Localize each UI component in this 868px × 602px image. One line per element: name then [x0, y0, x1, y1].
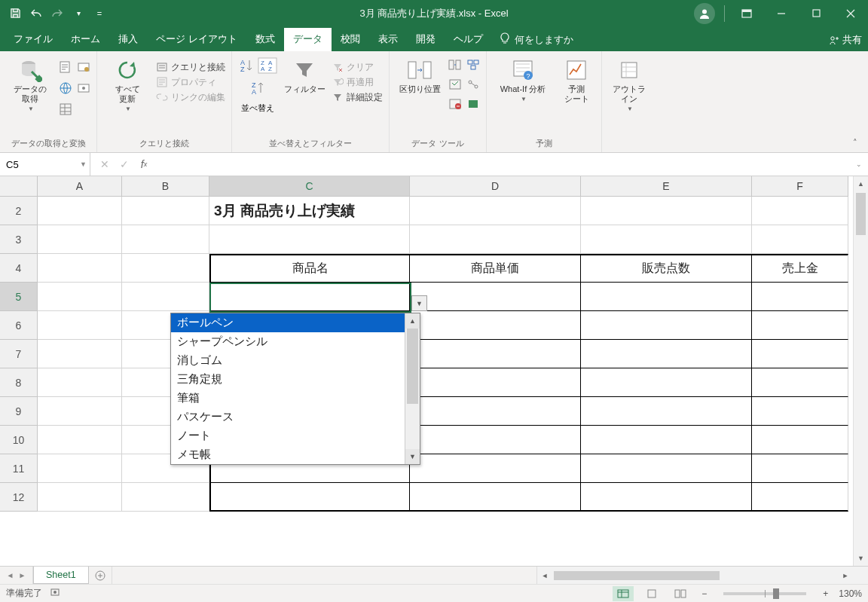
cell[interactable] — [752, 283, 848, 311]
fx-icon[interactable]: fx — [134, 154, 154, 174]
outline-button[interactable]: アウトラ イン ▼ — [608, 57, 650, 112]
cell[interactable] — [752, 197, 848, 225]
relationships-icon[interactable] — [466, 78, 480, 93]
collapse-ribbon-icon[interactable]: ˄ — [848, 136, 862, 149]
new-sheet-button[interactable] — [89, 567, 112, 584]
cell[interactable] — [38, 311, 122, 340]
scroll-track[interactable] — [405, 329, 420, 449]
scroll-thumb[interactable] — [407, 329, 418, 404]
qat-overflow-icon[interactable]: = — [93, 8, 105, 20]
undo-icon[interactable] — [30, 8, 42, 20]
cell[interactable] — [581, 483, 752, 512]
forecast-sheet-button[interactable]: 予測 シート — [558, 57, 595, 104]
cell[interactable] — [122, 197, 209, 225]
row-header[interactable]: 8 — [0, 368, 38, 397]
cell[interactable] — [581, 454, 752, 483]
cell[interactable] — [581, 340, 752, 368]
get-data-button[interactable]: データの 取得 ▼ — [6, 57, 54, 112]
next-sheet-icon[interactable]: ► — [19, 571, 26, 579]
cell[interactable] — [38, 397, 122, 426]
cell[interactable]: 3月 商品売り上げ実績 — [209, 197, 410, 225]
data-validation-icon[interactable] — [448, 98, 462, 113]
cell[interactable] — [38, 225, 122, 254]
scroll-track[interactable] — [552, 570, 838, 582]
cell[interactable] — [122, 283, 209, 311]
cell[interactable]: 商品単価 — [410, 254, 581, 283]
cell[interactable] — [752, 454, 848, 483]
zoom-in-button[interactable]: + — [820, 588, 831, 599]
cell[interactable] — [410, 368, 581, 397]
cell[interactable] — [122, 225, 209, 254]
dropdown-item[interactable]: シャープペンシル — [171, 332, 405, 351]
cell[interactable] — [410, 426, 581, 454]
grid[interactable]: A B C D E F 2 3月 商品売り上げ実績 3 — [0, 176, 853, 566]
chevron-down-icon[interactable]: ▼ — [80, 160, 87, 168]
scroll-up-icon[interactable]: ▲ — [405, 313, 420, 329]
prev-sheet-icon[interactable]: ◄ — [7, 571, 14, 579]
tab-insert[interactable]: 挿入 — [109, 28, 147, 51]
row-header[interactable]: 5 — [0, 283, 38, 311]
name-box[interactable]: C5 ▼ — [0, 153, 90, 176]
cell[interactable] — [410, 483, 581, 512]
cell[interactable] — [410, 311, 581, 340]
tell-me-search[interactable]: 何をしますか — [492, 28, 581, 51]
cell[interactable] — [38, 283, 122, 311]
tab-data[interactable]: データ — [284, 28, 332, 51]
tab-formulas[interactable]: 数式 — [246, 28, 284, 51]
from-table-icon[interactable] — [59, 102, 72, 119]
recent-sources-icon[interactable] — [77, 60, 90, 77]
from-web-icon[interactable] — [59, 81, 72, 98]
cell[interactable] — [581, 311, 752, 340]
cell[interactable] — [581, 225, 752, 254]
account-avatar-icon[interactable] — [694, 3, 715, 24]
data-model-icon[interactable] — [466, 98, 480, 113]
row-header[interactable]: 9 — [0, 397, 38, 426]
cell[interactable] — [752, 340, 848, 368]
qat-customize-icon[interactable]: ▾ — [72, 8, 84, 20]
macro-record-icon[interactable] — [50, 587, 60, 600]
tab-review[interactable]: 校閲 — [332, 28, 369, 51]
queries-connections-button[interactable]: クエリと接続 — [156, 60, 225, 74]
expand-formula-bar-icon[interactable]: ⌄ — [856, 160, 862, 168]
tab-view[interactable]: 表示 — [369, 28, 407, 51]
cell[interactable] — [410, 340, 581, 368]
scroll-thumb[interactable] — [554, 571, 720, 580]
advanced-filter-button[interactable]: 詳細設定 — [332, 90, 383, 104]
cell[interactable] — [581, 426, 752, 454]
col-header[interactable]: A — [38, 176, 122, 197]
scroll-track[interactable] — [854, 191, 868, 551]
tab-page-layout[interactable]: ページ レイアウト — [147, 28, 246, 51]
cell[interactable] — [38, 426, 122, 454]
dropdown-scrollbar[interactable]: ▲ ▼ — [405, 313, 420, 464]
close-button[interactable] — [833, 0, 868, 26]
scroll-right-icon[interactable]: ► — [838, 572, 853, 579]
cell[interactable]: 販売点数 — [581, 254, 752, 283]
sheet-nav[interactable]: ◄ ► — [0, 567, 33, 584]
row-header[interactable]: 3 — [0, 225, 38, 254]
row-header[interactable]: 12 — [0, 483, 38, 512]
col-header[interactable]: E — [581, 176, 752, 197]
cell[interactable] — [38, 454, 122, 483]
scroll-thumb[interactable] — [856, 193, 866, 235]
zoom-slider[interactable] — [723, 592, 806, 595]
row-header[interactable]: 6 — [0, 311, 38, 340]
ribbon-display-options-icon[interactable] — [729, 0, 764, 26]
zoom-level[interactable]: 130% — [839, 588, 862, 599]
share-button[interactable]: 共有 — [829, 33, 862, 47]
col-header[interactable]: B — [122, 176, 209, 197]
sort-dialog-icon[interactable]: ZAAZ — [258, 57, 277, 77]
scroll-down-icon[interactable]: ▼ — [854, 551, 868, 566]
text-to-columns-button[interactable]: 区切り位置 — [396, 57, 444, 94]
col-header[interactable]: F — [752, 176, 848, 197]
cell[interactable] — [122, 254, 209, 283]
dropdown-item[interactable]: 消しゴム — [171, 351, 405, 370]
select-all-corner[interactable] — [0, 176, 38, 197]
refresh-all-button[interactable]: すべて 更新 ▼ — [103, 57, 151, 112]
minimize-button[interactable] — [764, 0, 799, 26]
row-header[interactable]: 4 — [0, 254, 38, 283]
cell[interactable] — [752, 225, 848, 254]
remove-duplicates-icon[interactable] — [448, 78, 462, 93]
row-header[interactable]: 7 — [0, 340, 38, 368]
cancel-edit-icon[interactable]: ✕ — [95, 154, 115, 174]
cell[interactable] — [209, 225, 410, 254]
